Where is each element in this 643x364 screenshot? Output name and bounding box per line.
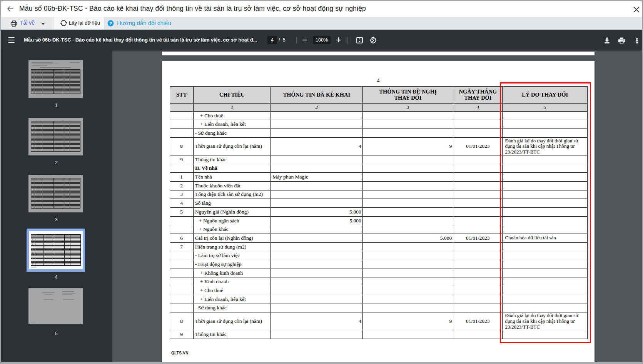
svg-text:?: ? <box>109 21 112 26</box>
